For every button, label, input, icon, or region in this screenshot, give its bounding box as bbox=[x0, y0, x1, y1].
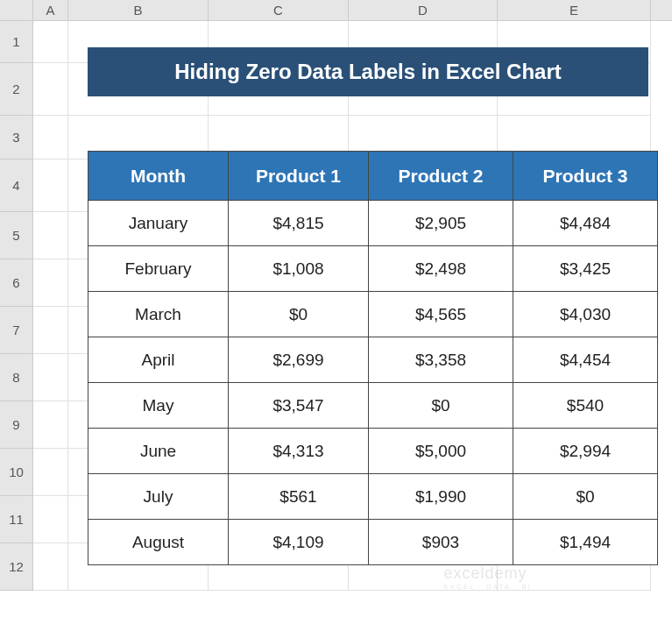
row-header-2[interactable]: 2 bbox=[0, 63, 33, 116]
row-header-10[interactable]: 10 bbox=[0, 449, 33, 496]
grid-cell[interactable] bbox=[33, 63, 68, 116]
title-banner: Hiding Zero Data Labels in Excel Chart bbox=[88, 47, 648, 96]
col-header-a[interactable]: A bbox=[33, 0, 68, 20]
table-row: August$4,109$903$1,494 bbox=[88, 520, 658, 565]
grid-cell[interactable] bbox=[33, 21, 68, 63]
watermark-main: exceldemy bbox=[443, 564, 527, 582]
cell-value[interactable]: $4,484 bbox=[513, 201, 658, 246]
grid-cell[interactable] bbox=[33, 307, 68, 354]
grid-cells-area[interactable]: Hiding Zero Data Labels in Excel Chart M… bbox=[33, 21, 672, 617]
data-table: Month Product 1 Product 2 Product 3 Janu… bbox=[88, 151, 658, 565]
select-all-corner[interactable] bbox=[0, 0, 33, 20]
cell-value[interactable]: $540 bbox=[513, 383, 658, 429]
row-header-9[interactable]: 9 bbox=[0, 401, 33, 449]
table-row: February$1,008$2,498$3,425 bbox=[88, 246, 658, 292]
grid-cell[interactable] bbox=[33, 543, 68, 591]
cell-month[interactable]: July bbox=[88, 474, 229, 520]
cell-month[interactable]: August bbox=[88, 520, 229, 565]
row-header-3[interactable]: 3 bbox=[0, 116, 33, 160]
cell-value[interactable]: $3,425 bbox=[513, 246, 658, 292]
th-product-2[interactable]: Product 2 bbox=[369, 152, 513, 201]
table-row: June$4,313$5,000$2,994 bbox=[88, 429, 658, 474]
row-headers-col: 123456789101112 bbox=[0, 21, 33, 591]
cell-value[interactable]: $4,815 bbox=[229, 201, 369, 246]
th-product-1[interactable]: Product 1 bbox=[229, 152, 369, 201]
row-header-11[interactable]: 11 bbox=[0, 496, 33, 543]
cell-value[interactable]: $2,905 bbox=[369, 201, 513, 246]
grid-cell[interactable] bbox=[33, 354, 68, 401]
grid-cell[interactable] bbox=[33, 401, 68, 449]
row-header-12[interactable]: 12 bbox=[0, 543, 33, 591]
cell-value[interactable]: $4,313 bbox=[229, 429, 369, 474]
cell-value[interactable]: $3,547 bbox=[229, 383, 369, 429]
cell-value[interactable]: $3,358 bbox=[369, 337, 513, 383]
cell-value[interactable]: $0 bbox=[229, 292, 369, 337]
table-row: April$2,699$3,358$4,454 bbox=[88, 337, 658, 383]
cell-value[interactable]: $2,994 bbox=[513, 429, 658, 474]
th-month[interactable]: Month bbox=[88, 152, 229, 201]
watermark-sub: EXCEL · DATA · BI bbox=[443, 583, 532, 591]
col-header-b[interactable]: B bbox=[68, 0, 209, 20]
cell-value[interactable]: $4,109 bbox=[229, 520, 369, 565]
table-row: March$0$4,565$4,030 bbox=[88, 292, 658, 337]
cell-value[interactable]: $1,494 bbox=[513, 520, 658, 565]
grid-cell[interactable] bbox=[33, 116, 68, 160]
table-header-row: Month Product 1 Product 2 Product 3 bbox=[88, 152, 658, 201]
spreadsheet-grid: A B C D E 123456789101112 Hiding Zero Da… bbox=[0, 0, 672, 617]
grid-cell[interactable] bbox=[33, 160, 68, 212]
cell-month[interactable]: March bbox=[88, 292, 229, 337]
th-product-3[interactable]: Product 3 bbox=[513, 152, 658, 201]
cell-value[interactable]: $0 bbox=[369, 383, 513, 429]
cell-value[interactable]: $2,498 bbox=[369, 246, 513, 292]
cell-month[interactable]: May bbox=[88, 383, 229, 429]
col-header-c[interactable]: C bbox=[209, 0, 349, 20]
cell-value[interactable]: $903 bbox=[369, 520, 513, 565]
table-row: May$3,547$0$540 bbox=[88, 383, 658, 429]
grid-cell[interactable] bbox=[33, 496, 68, 543]
col-header-d[interactable]: D bbox=[349, 0, 498, 20]
row-header-5[interactable]: 5 bbox=[0, 212, 33, 259]
cell-value[interactable]: $4,030 bbox=[513, 292, 658, 337]
grid-cell[interactable] bbox=[33, 449, 68, 496]
column-headers-row: A B C D E bbox=[0, 0, 672, 21]
cell-value[interactable]: $1,008 bbox=[229, 246, 369, 292]
cell-month[interactable]: January bbox=[88, 201, 229, 246]
row-header-1[interactable]: 1 bbox=[0, 21, 33, 63]
row-header-7[interactable]: 7 bbox=[0, 307, 33, 354]
grid-cell[interactable] bbox=[33, 259, 68, 307]
cell-month[interactable]: February bbox=[88, 246, 229, 292]
cell-value[interactable]: $561 bbox=[229, 474, 369, 520]
row-header-6[interactable]: 6 bbox=[0, 259, 33, 307]
cell-month[interactable]: April bbox=[88, 337, 229, 383]
cell-value[interactable]: $4,565 bbox=[369, 292, 513, 337]
cell-value[interactable]: $0 bbox=[513, 474, 658, 520]
watermark: exceldemy EXCEL · DATA · BI bbox=[443, 564, 532, 591]
cell-month[interactable]: June bbox=[88, 429, 229, 474]
cell-value[interactable]: $1,990 bbox=[369, 474, 513, 520]
row-header-8[interactable]: 8 bbox=[0, 354, 33, 401]
cell-value[interactable]: $5,000 bbox=[369, 429, 513, 474]
cell-value[interactable]: $2,699 bbox=[229, 337, 369, 383]
col-header-e[interactable]: E bbox=[498, 0, 651, 20]
table-row: July$561$1,990$0 bbox=[88, 474, 658, 520]
row-header-4[interactable]: 4 bbox=[0, 160, 33, 212]
grid-cell[interactable] bbox=[33, 212, 68, 259]
cell-value[interactable]: $4,454 bbox=[513, 337, 658, 383]
table-row: January$4,815$2,905$4,484 bbox=[88, 201, 658, 246]
